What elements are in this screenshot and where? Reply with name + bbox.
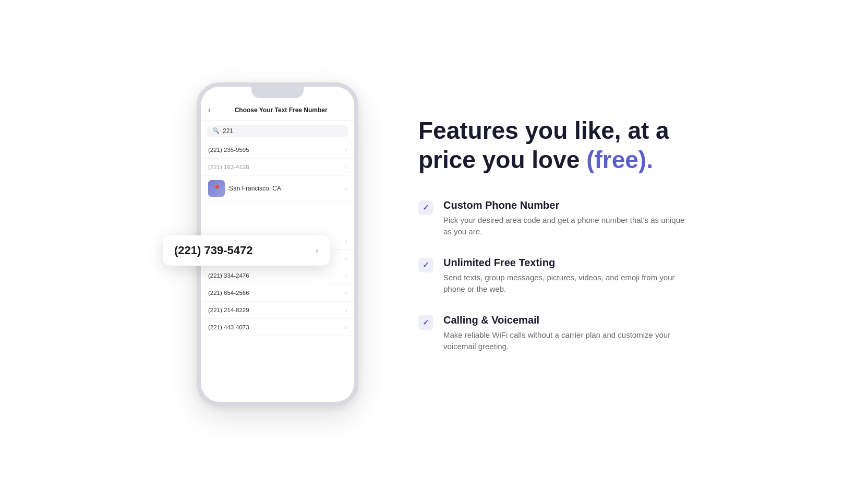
phone-number-item-5[interactable]: (221) 334-2476 › [201,267,354,284]
phone-number-text: (221) 235-9595 [208,147,345,153]
feature-content-3: Calling & Voicemail Make reliable WiFi c… [443,314,690,353]
phone-number-text: (221) 654-2566 [208,290,345,296]
feature-item-custom-phone: ✓ Custom Phone Number Pick your desired … [418,199,690,238]
chevron-right-icon: › [345,164,347,170]
selected-chevron-icon: › [316,246,318,255]
phone-number-item-1[interactable]: (221) 163-4128 › [201,159,354,176]
phone-screen-title: Choose Your Text Free Number [215,106,347,114]
phone-number-item-6[interactable]: (221) 654-2566 › [201,284,354,302]
phone-section: ‹ Choose Your Text Free Number 🔍 221 (22… [178,82,377,406]
feature-checkbox-3: ✓ [418,315,433,330]
checkmark-icon-3: ✓ [423,318,429,327]
phone-number-text: (221) 443-4073 [208,324,345,330]
search-bar[interactable]: 🔍 221 [207,125,348,137]
checkmark-icon-2: ✓ [423,260,429,270]
heading-free: (free). [586,146,653,173]
feature-desc-1: Pick your desired area code and get a ph… [443,215,690,238]
selected-number-popup[interactable]: (221) 739-5472 › [163,235,330,266]
feature-item-calling-voicemail: ✓ Calling & Voicemail Make reliable WiFi… [418,314,690,353]
features-heading: Features you like, at a price you love (… [418,116,690,174]
feature-checkbox-2: ✓ [418,258,433,272]
chevron-right-icon: › [345,307,347,313]
feature-content-2: Unlimited Free Texting Send texts, group… [443,257,690,295]
heading-line2: price you love [418,146,586,173]
feature-title-3: Calling & Voicemail [443,314,690,326]
chevron-right-icon: › [345,147,347,153]
feature-desc-2: Send texts, group messages, pictures, vi… [443,272,690,295]
checkmark-icon-1: ✓ [423,203,429,212]
phone-number-text: (221) 334-2476 [208,272,345,279]
feature-title-2: Unlimited Free Texting [443,257,690,269]
phone-number-item-7[interactable]: (221) 214-8229 › [201,302,354,319]
chevron-right-icon: › [345,272,347,279]
features-section: Features you like, at a price you love (… [418,116,690,371]
search-icon: 🔍 [212,127,220,134]
back-button[interactable]: ‹ [208,105,211,115]
chevron-right-icon: › [345,290,347,296]
feature-item-unlimited-texting: ✓ Unlimited Free Texting Send texts, gro… [418,257,690,295]
selected-number-display: (221) 739-5472 [174,244,308,257]
chevron-right-icon: › [345,324,347,330]
search-input-value: 221 [223,127,233,135]
phone-number-text: (221) 214-8229 [208,307,345,313]
chevron-right-icon: › [345,255,347,261]
feature-checkbox-1: ✓ [418,200,433,215]
chevron-right-icon: › [345,238,347,244]
location-item[interactable]: 📍 San Francisco, CA › [201,176,354,201]
heading-line1: Features you like, at a [418,117,669,144]
feature-title-1: Custom Phone Number [443,199,690,211]
phone-notch [251,87,304,98]
phone-number-list: (221) 235-9595 › (221) 163-4128 › 📍 San … [201,141,354,402]
phone-number-item-0[interactable]: (221) 235-9595 › [201,141,354,159]
feature-desc-3: Make reliable WiFi calls without a carri… [443,329,690,353]
popup-spacer [201,201,354,233]
location-avatar: 📍 [208,180,225,197]
phone-number-text: (221) 163-4128 [208,164,345,170]
chevron-right-icon: › [345,185,347,192]
location-text: San Francisco, CA [229,185,341,192]
page-container: ‹ Choose Your Text Free Number 🔍 221 (22… [0,0,868,488]
feature-content-1: Custom Phone Number Pick your desired ar… [443,199,690,238]
phone-number-item-8[interactable]: (221) 443-4073 › [201,319,354,336]
